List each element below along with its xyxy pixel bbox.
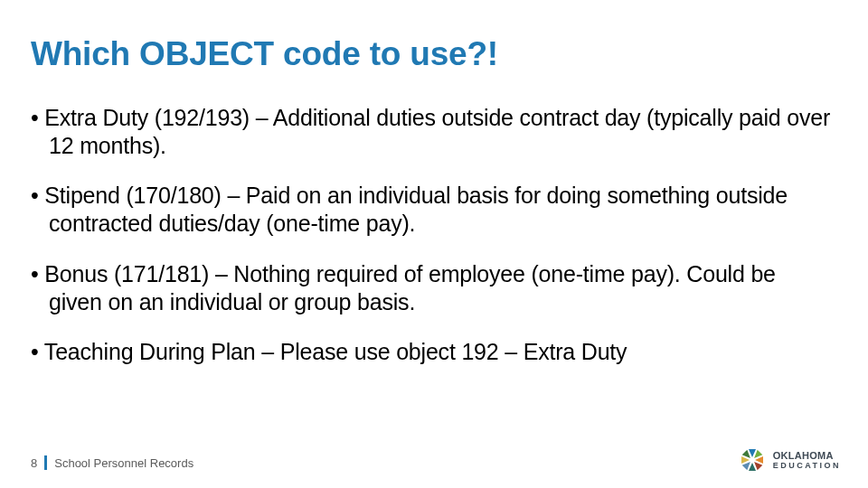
list-item: Bonus (171/181) – Nothing required of em… (31, 260, 832, 317)
list-item: Extra Duty (192/193) – Additional duties… (31, 104, 832, 161)
logo-text: OKLAHOMA EDUCATION (773, 451, 841, 470)
footer-label: School Personnel Records (54, 456, 193, 470)
slide: Which OBJECT code to use?! Extra Duty (1… (0, 0, 868, 488)
slide-title: Which OBJECT code to use?! (31, 36, 832, 73)
petal-icon (749, 449, 756, 457)
page-number: 8 (31, 456, 37, 470)
logo-line2: EDUCATION (773, 462, 841, 470)
bullet-list: Extra Duty (192/193) – Additional duties… (31, 104, 832, 367)
petal-icon (755, 456, 763, 464)
list-item: Stipend (170/180) – Paid on an individua… (31, 182, 832, 239)
list-item: Teaching During Plan – Please use object… (31, 338, 832, 366)
petal-icon (741, 456, 750, 464)
footer: 8 School Personnel Records (31, 455, 193, 470)
petal-icon (749, 463, 756, 471)
logo-line1: OKLAHOMA (773, 451, 841, 461)
oklahoma-education-logo: OKLAHOMA EDUCATION (737, 445, 841, 475)
footer-divider-icon (44, 455, 47, 470)
logo-mark-icon (737, 445, 768, 475)
